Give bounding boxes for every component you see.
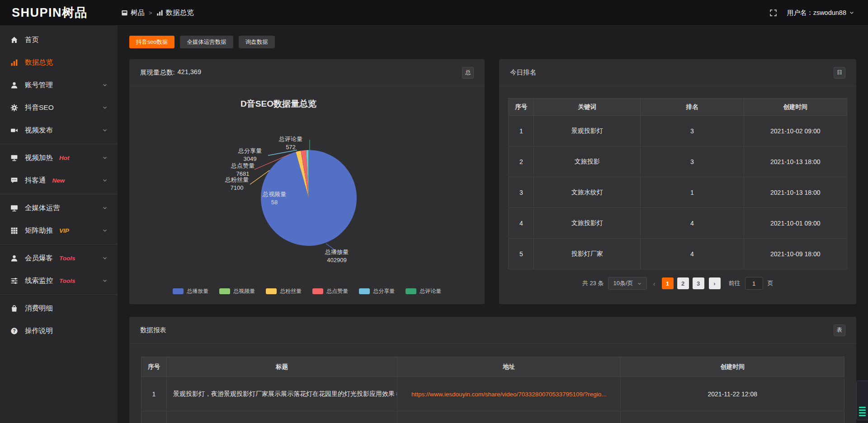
- rank-col-关键词: 关键词: [534, 99, 641, 116]
- table-cell: [142, 411, 167, 423]
- pie-label-value: 7100: [231, 184, 244, 191]
- sidebar-item-person[interactable]: 会员爆客Tools: [0, 247, 118, 269]
- sidebar-item-monitor[interactable]: 视频加热Hot: [0, 146, 118, 169]
- page-button-1[interactable]: 1: [662, 277, 674, 289]
- report-time: 2021-11-22 12:08: [621, 377, 844, 411]
- prev-page-button[interactable]: ‹: [651, 280, 657, 287]
- today-rank-panel: 今日排名 日 序号关键词排名创建时间 1景观投影灯32021-10-02 09:…: [499, 59, 856, 304]
- sidebar-item-label: 消费明细: [25, 304, 53, 313]
- sidebar-item-sliders[interactable]: 线索监控Tools: [0, 269, 118, 292]
- seo-chart-panel: 展现量总数: 421,369 总 D音SEO数据量总览总播放量402909总视频…: [129, 59, 485, 304]
- table-row: 3文旅水纹灯12021-10-13 18:00: [509, 177, 847, 208]
- legend-item-总评论量[interactable]: 总评论量: [406, 287, 441, 295]
- tab-询盘数据[interactable]: 询盘数据: [239, 36, 275, 48]
- table-row: 2文旅投影32021-10-13 18:00: [509, 146, 847, 177]
- widget-bars-icon: [859, 407, 866, 416]
- table-row: 4文旅投影灯42021-10-01 09:00: [509, 208, 847, 239]
- chevron-down-icon: [102, 155, 108, 160]
- table-cell: [166, 411, 397, 423]
- report-index: 1: [142, 377, 167, 411]
- breadcrumb-root[interactable]: 树品: [121, 8, 145, 18]
- pie-label-value: 402909: [327, 257, 346, 263]
- rank-col-序号: 序号: [509, 99, 534, 116]
- video-link[interactable]: https://www.iesdouyin.com/share/video/70…: [411, 391, 607, 398]
- sidebar-item-home[interactable]: 首页: [0, 28, 118, 51]
- sidebar-item-question[interactable]: ?操作说明: [0, 320, 118, 342]
- pie-label-name: 总粉丝量: [225, 176, 249, 183]
- sidebar-item-label: 账号管理: [25, 80, 53, 90]
- next-page-button[interactable]: ›: [709, 277, 721, 289]
- tab-抖音seo数据[interactable]: 抖音seo数据: [129, 36, 175, 48]
- rank-panel-title: 今日排名: [510, 68, 536, 77]
- question-icon: ?: [10, 327, 18, 335]
- monitor-icon: [10, 154, 18, 162]
- sliders-icon: [10, 277, 18, 285]
- chevron-down-icon: [102, 82, 108, 88]
- table-view-button[interactable]: 表: [834, 324, 845, 336]
- table-cell: 1: [641, 177, 744, 208]
- user-menu[interactable]: 用户名：zswodun88: [787, 9, 854, 17]
- report-col-创建时间: 创建时间: [621, 357, 844, 377]
- floating-widget[interactable]: [856, 381, 868, 420]
- sidebar-item-video[interactable]: 视频发布: [0, 119, 118, 141]
- sidebar-item-label: 操作说明: [25, 326, 53, 336]
- total-view-button[interactable]: 总: [462, 67, 474, 79]
- table-cell: 投影灯厂家: [534, 239, 641, 269]
- sidebar-item-label: 会员爆客: [25, 254, 53, 263]
- report-panel-title: 数据报表: [140, 326, 166, 334]
- legend-item-总播放量[interactable]: 总播放量: [173, 287, 208, 295]
- pie-label-value: 7681: [236, 170, 250, 177]
- chevron-down-icon: [102, 255, 108, 261]
- chart-icon: [10, 59, 18, 66]
- fullscreen-icon[interactable]: [769, 9, 777, 17]
- sidebar-item-user[interactable]: 账号管理: [0, 74, 118, 96]
- chart-legend: 总播放量总视频量总粉丝量总点赞量总分享量总评论量: [129, 287, 485, 295]
- legend-label: 总点赞量: [326, 287, 348, 295]
- rank-panel-header: 今日排名 日: [499, 59, 856, 86]
- svg-text:?: ?: [13, 328, 15, 333]
- legend-item-总点赞量[interactable]: 总点赞量: [312, 287, 348, 295]
- legend-item-总视频量[interactable]: 总视频量: [219, 287, 255, 295]
- table-cell: 2021-10-13 18:00: [744, 177, 847, 208]
- page-button-3[interactable]: 3: [693, 277, 704, 289]
- chevron-down-icon: [102, 105, 108, 110]
- breadcrumb: 树品 > 数据总览: [121, 8, 194, 18]
- table-cell: 2021-10-09 18:00: [744, 239, 847, 269]
- tab-全媒体运营数据[interactable]: 全媒体运营数据: [180, 36, 233, 48]
- bar-chart-icon: [156, 9, 163, 16]
- sidebar-item-label: 视频发布: [25, 126, 53, 135]
- sidebar-item-label: 抖客通: [25, 176, 46, 185]
- sidebar-item-chat[interactable]: 抖客通New: [0, 169, 118, 192]
- sidebar-item-grid[interactable]: 矩阵助推VIP: [0, 219, 118, 242]
- table-cell: 2021-10-13 18:00: [744, 146, 847, 177]
- goto-page-input[interactable]: [745, 277, 763, 290]
- table-cell: 文旅水纹灯: [534, 177, 641, 208]
- sidebar-item-gear[interactable]: 抖音SEO: [0, 96, 118, 119]
- divider: [0, 244, 118, 244]
- breadcrumb-current[interactable]: 数据总览: [156, 8, 194, 18]
- chart-title: D音SEO数据量总览: [241, 99, 316, 108]
- pie-chart: D音SEO数据量总览总播放量402909总视频量58总粉丝量7100总点赞量76…: [129, 86, 485, 304]
- sidebar-item-label: 数据总览: [25, 58, 53, 67]
- legend-item-总分享量[interactable]: 总分享量: [359, 287, 395, 295]
- sidebar-item-chart[interactable]: 数据总览: [0, 51, 118, 74]
- report-table-wrap: 序号标题地址创建时间 1景观投影灯，夜游景观投影灯厂家展示展示落花灯在花园里的灯…: [129, 357, 856, 423]
- pagination: 共 23 条 10条/页 ‹ 123 › 前往 页: [499, 277, 856, 290]
- report-col-序号: 序号: [142, 357, 167, 377]
- table-cell: 1: [509, 116, 534, 146]
- table-cell: 5: [509, 239, 534, 269]
- page-size-select[interactable]: 10条/页: [608, 277, 646, 290]
- badge-tools: Tools: [59, 255, 75, 262]
- top-header: SHUPIN树品 树品 > 数据总览 用户名：zswodun88: [0, 0, 868, 26]
- legend-item-总粉丝量[interactable]: 总粉丝量: [266, 287, 302, 295]
- page-button-2[interactable]: 2: [677, 277, 689, 289]
- impressions-total: 展现量总数: 421,369: [140, 68, 201, 77]
- logo: SHUPIN树品: [0, 5, 118, 21]
- pie-label-value: 572: [286, 144, 296, 150]
- rank-col-创建时间: 创建时间: [744, 99, 847, 116]
- divider: [0, 144, 118, 144]
- chart-panel-header: 展现量总数: 421,369 总: [129, 59, 485, 86]
- sidebar-item-display[interactable]: 全媒体运营: [0, 197, 118, 219]
- day-view-button[interactable]: 日: [834, 67, 845, 79]
- sidebar-item-bag[interactable]: 消费明细: [0, 297, 118, 320]
